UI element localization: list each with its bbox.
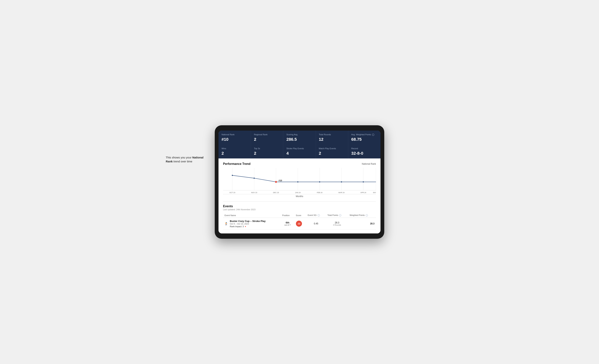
svg-point-9 [232, 175, 233, 176]
info-icon-weighted[interactable]: i [372, 133, 374, 136]
svg-text:NOV 23: NOV 23 [251, 192, 257, 194]
chart-title: Performance Trend [223, 162, 251, 166]
event-icon: 🏌️ [225, 222, 228, 225]
tablet-screen: National Rank #10 Regional Rank 2 Scorin… [219, 131, 380, 234]
col-event-sg: Event SG i [306, 213, 326, 218]
event-name-cell: 🏌️ Buster Cozy Cup – Stroke Play Oct 9 –… [223, 218, 281, 230]
event-date: Oct 9 – Oct 10, 2023 [230, 223, 266, 225]
info-icon-sg[interactable]: i [317, 214, 320, 216]
events-last-updated: Last updated: 24th November 2023 [223, 208, 376, 211]
events-title: Events [223, 204, 376, 208]
svg-text:#10: #10 [279, 179, 282, 182]
svg-text:MAR 24: MAR 24 [338, 192, 344, 194]
svg-point-12 [297, 181, 298, 183]
svg-text:OCT 23: OCT 23 [229, 192, 235, 194]
event-sg: 0.45 [306, 218, 326, 230]
section-divider [223, 201, 376, 202]
svg-point-11 [275, 181, 277, 183]
col-score: Score [294, 213, 306, 218]
chart-svg: #10 OCT 23 NOV 23 DEC 23 JAN 24 FEB 24 M… [223, 168, 376, 194]
stat-regional-rank: Regional Rank 2 [251, 131, 283, 144]
svg-text:FEB 24: FEB 24 [317, 192, 323, 194]
stat-wins: Wins 2 [219, 144, 251, 159]
svg-text:APR 24: APR 24 [360, 192, 366, 194]
col-total-points: Total Points i [326, 213, 348, 218]
rank-impact-direction: ▼ [245, 225, 246, 228]
score-badge: -22 [296, 221, 302, 227]
event-score: -22 [294, 218, 306, 230]
info-icon-total-points[interactable]: i [339, 214, 341, 216]
annotation-text: This shows you your National Rank trend … [166, 155, 207, 163]
event-position: 6th out of 7 [281, 218, 294, 230]
stats-row-2: Wins 2 Top 3s 2 Stroke Play Events 4 Mat… [219, 144, 380, 159]
col-weighted-points: Weighted Points i [348, 213, 376, 218]
event-weighted-points: 28.3 [348, 218, 376, 230]
svg-text:MAY 24: MAY 24 [373, 192, 376, 194]
events-table-header: Event Name Position Score Event SG i Tot… [223, 213, 376, 218]
svg-point-14 [341, 181, 342, 183]
svg-text:JAN 24: JAN 24 [295, 192, 300, 194]
stat-stroke-play: Stroke Play Events 4 [283, 144, 316, 159]
stat-scoring-avg: Scoring Avg. 286.5 [283, 131, 316, 144]
col-position: Position [281, 213, 294, 218]
page-wrapper: This shows you your National Rank trend … [200, 125, 399, 239]
event-total-points: 28.3 3 Rounds [326, 218, 348, 230]
svg-text:DEC 23: DEC 23 [273, 192, 279, 194]
stat-total-rounds: Total Rounds 12 [316, 131, 348, 144]
col-event-name: Event Name [223, 213, 281, 218]
months-label: Months [223, 195, 376, 198]
chart-section: Performance Trend National Rank [223, 162, 376, 198]
chart-header: Performance Trend National Rank [223, 162, 376, 166]
event-name-main: Buster Cozy Cup – Stroke Play [230, 220, 266, 222]
events-table: Event Name Position Score Event SG i Tot… [223, 213, 376, 230]
stat-record: Record 32-8-0 [348, 144, 380, 159]
info-icon-weighted-points[interactable]: i [366, 214, 368, 216]
chart-legend: National Rank [362, 163, 376, 165]
stat-national-rank: National Rank #10 [219, 131, 251, 144]
content-area: Performance Trend National Rank [219, 159, 380, 233]
svg-point-10 [254, 178, 255, 179]
events-section: Events Last updated: 24th November 2023 … [223, 204, 376, 230]
rank-impact: Rank Impact: 3 ▼ [230, 225, 266, 228]
events-table-body: 🏌️ Buster Cozy Cup – Stroke Play Oct 9 –… [223, 218, 376, 230]
svg-point-15 [363, 181, 364, 183]
stat-avg-weighted: Avg. Weighted Points i 68.75 [348, 131, 380, 144]
tablet-device: National Rank #10 Regional Rank 2 Scorin… [215, 125, 384, 239]
stats-row-1: National Rank #10 Regional Rank 2 Scorin… [219, 131, 380, 144]
performance-chart: #10 OCT 23 NOV 23 DEC 23 JAN 24 FEB 24 M… [223, 168, 376, 194]
svg-point-13 [319, 181, 320, 183]
table-row: 🏌️ Buster Cozy Cup – Stroke Play Oct 9 –… [223, 218, 376, 230]
stat-match-play: Match Play Events 2 [316, 144, 348, 159]
stat-top3s: Top 3s 2 [251, 144, 283, 159]
